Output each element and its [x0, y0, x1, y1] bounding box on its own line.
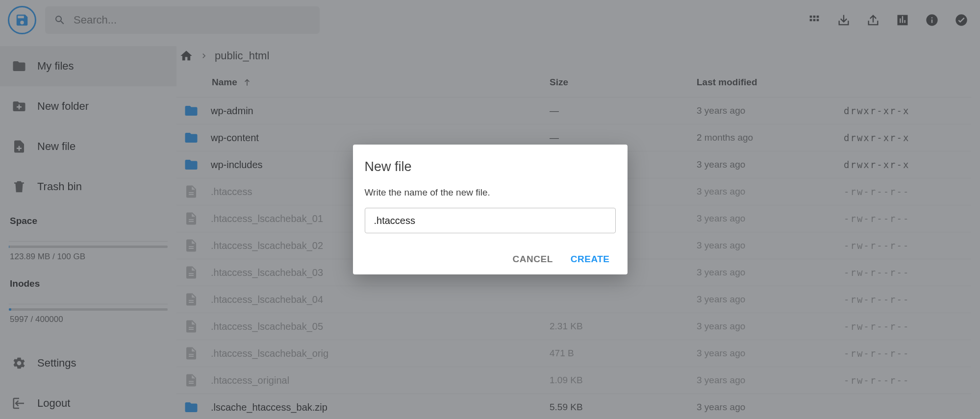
dialog-title: New file — [365, 159, 616, 174]
modal-overlay[interactable]: New file Write the name of the new file.… — [0, 0, 980, 419]
filename-input[interactable] — [365, 208, 616, 233]
cancel-button[interactable]: CANCEL — [513, 254, 553, 265]
create-button[interactable]: CREATE — [571, 254, 610, 265]
dialog-prompt: Write the name of the new file. — [365, 187, 616, 198]
new-file-dialog: New file Write the name of the new file.… — [353, 145, 628, 274]
